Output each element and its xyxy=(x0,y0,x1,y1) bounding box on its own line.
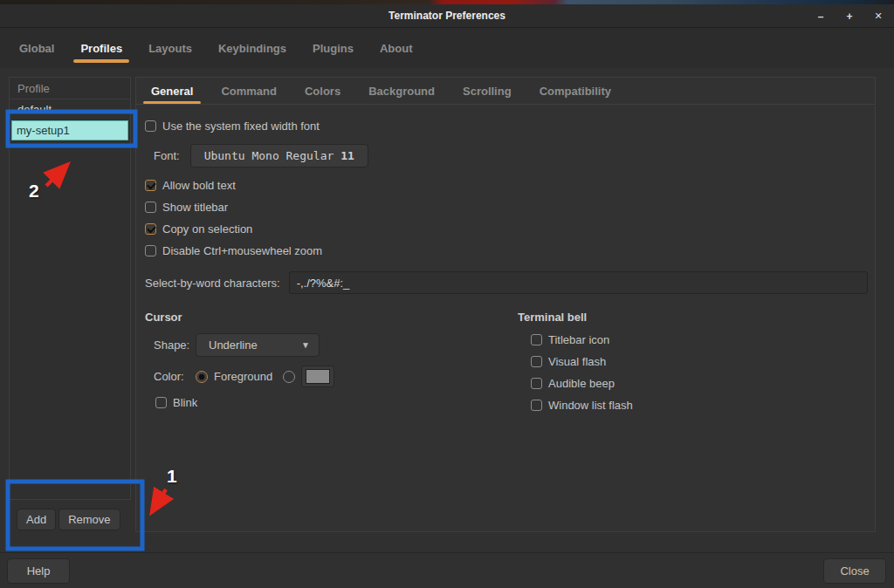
visual-flash-row[interactable]: Visual flash xyxy=(531,355,868,367)
visual-flash-checkbox[interactable] xyxy=(531,356,542,367)
audible-beep-checkbox[interactable] xyxy=(531,378,542,389)
profile-notebook: General Command Colors Background Scroll… xyxy=(135,77,876,532)
profile-item-my-setup1[interactable]: my-setup1 xyxy=(11,120,128,140)
allow-bold-checkbox[interactable] xyxy=(145,180,156,191)
remove-profile-button[interactable]: Remove xyxy=(58,509,120,530)
allow-bold-label: Allow bold text xyxy=(162,179,236,192)
profiles-page: Profile default my-setup1 Add Remove Gen… xyxy=(0,68,894,552)
cursor-color-foreground-label: Foreground xyxy=(214,370,272,383)
profile-list: Profile default my-setup1 xyxy=(9,77,131,500)
window-list-flash-label: Window list flash xyxy=(548,399,633,412)
window-title: Terminator Preferences xyxy=(389,10,505,22)
copy-on-selection-row[interactable]: Copy on selection xyxy=(145,222,868,235)
tab-global[interactable]: Global xyxy=(17,29,56,68)
main-tabbar: Global Profiles Layouts Keybindings Plug… xyxy=(0,28,894,68)
show-titlebar-row[interactable]: Show titlebar xyxy=(145,201,868,213)
tab-colors[interactable]: Colors xyxy=(303,78,342,104)
profile-item-default[interactable]: default xyxy=(10,99,130,120)
font-row: Font: Ubuntu Mono Regular 11 xyxy=(154,144,868,168)
tab-profiles[interactable]: Profiles xyxy=(79,29,124,68)
terminal-bell-section: Terminal bell Titlebar icon Visual flash… xyxy=(518,311,868,420)
add-profile-button[interactable]: Add xyxy=(17,509,56,530)
help-button[interactable]: Help xyxy=(7,558,70,584)
annotation-label-2: 2 xyxy=(29,181,39,202)
select-by-word-label: Select-by-word characters: xyxy=(145,277,280,290)
profile-list-header: Profile xyxy=(10,78,130,99)
tab-general[interactable]: General xyxy=(149,78,195,104)
cursor-color-custom-radio[interactable] xyxy=(283,371,295,383)
cursor-section: Cursor Shape: Underline ▼ Color: Foregro… xyxy=(145,311,518,420)
titlebar-icon-row[interactable]: Titlebar icon xyxy=(531,333,868,345)
select-by-word-input[interactable] xyxy=(289,271,868,294)
cursor-color-label: Color: xyxy=(154,370,196,383)
disable-mousewheel-zoom-row[interactable]: Disable Ctrl+mousewheel zoom xyxy=(145,244,868,256)
cursor-blink-row[interactable]: Blink xyxy=(155,396,518,408)
titlebar: Terminator Preferences – + ✕ xyxy=(0,4,894,28)
system-font-checkbox[interactable] xyxy=(145,120,156,132)
close-icon[interactable]: ✕ xyxy=(871,11,885,21)
system-font-label: Use the system fixed width font xyxy=(162,120,320,133)
font-picker-button[interactable]: Ubuntu Mono Regular 11 xyxy=(190,144,368,168)
cursor-shape-row: Shape: Underline ▼ xyxy=(154,333,518,357)
select-by-word-row: Select-by-word characters: xyxy=(145,271,868,294)
cursor-shape-label: Shape: xyxy=(154,338,196,352)
cursor-shape-dropdown[interactable]: Underline ▼ xyxy=(196,333,320,357)
audible-beep-row[interactable]: Audible beep xyxy=(531,377,868,389)
profile-tabbar: General Command Colors Background Scroll… xyxy=(136,78,875,105)
profile-list-buttons: Add Remove xyxy=(17,509,120,530)
window-controls: – + ✕ xyxy=(814,4,885,28)
disable-mousewheel-zoom-label: Disable Ctrl+mousewheel zoom xyxy=(162,244,322,257)
cursor-color-swatch-button[interactable] xyxy=(301,366,334,387)
window-list-flash-row[interactable]: Window list flash xyxy=(531,399,868,411)
cursor-blink-label: Blink xyxy=(173,396,197,409)
titlebar-icon-checkbox[interactable] xyxy=(531,334,542,345)
cursor-section-title: Cursor xyxy=(145,311,518,324)
tab-command[interactable]: Command xyxy=(219,78,279,104)
copy-on-selection-checkbox[interactable] xyxy=(145,223,156,235)
titlebar-icon-label: Titlebar icon xyxy=(548,333,609,346)
tab-keybindings[interactable]: Keybindings xyxy=(217,29,288,68)
maximize-icon[interactable]: + xyxy=(842,11,856,22)
tab-scrolling[interactable]: Scrolling xyxy=(461,78,513,104)
cursor-color-foreground-radio[interactable] xyxy=(196,371,208,383)
tab-about[interactable]: About xyxy=(378,29,415,68)
cursor-color-swatch xyxy=(306,369,330,384)
tab-background[interactable]: Background xyxy=(367,78,437,104)
show-titlebar-checkbox[interactable] xyxy=(145,202,156,213)
allow-bold-row[interactable]: Allow bold text xyxy=(145,179,868,191)
minimize-icon[interactable]: – xyxy=(814,11,828,22)
tab-layouts[interactable]: Layouts xyxy=(147,29,194,68)
window-list-flash-checkbox[interactable] xyxy=(531,400,542,411)
footer-bar: Help Close xyxy=(0,552,894,588)
close-button[interactable]: Close xyxy=(823,558,886,584)
show-titlebar-label: Show titlebar xyxy=(162,201,228,214)
font-label: Font: xyxy=(154,149,180,162)
copy-on-selection-label: Copy on selection xyxy=(162,222,252,236)
cursor-shape-value: Underline xyxy=(209,338,301,352)
audible-beep-label: Audible beep xyxy=(548,377,615,390)
tab-compatibility[interactable]: Compatibility xyxy=(538,78,613,104)
system-font-checkbox-row[interactable]: Use the system fixed width font xyxy=(145,120,868,132)
disable-mousewheel-zoom-checkbox[interactable] xyxy=(145,245,156,256)
cursor-blink-checkbox[interactable] xyxy=(155,397,167,408)
annotation-label-1: 1 xyxy=(167,466,177,487)
terminal-bell-title: Terminal bell xyxy=(518,311,868,324)
cursor-bell-columns: Cursor Shape: Underline ▼ Color: Foregro… xyxy=(145,311,868,420)
cursor-color-row: Color: Foreground xyxy=(154,366,518,387)
visual-flash-label: Visual flash xyxy=(548,355,606,368)
tab-plugins[interactable]: Plugins xyxy=(311,29,355,68)
chevron-down-icon: ▼ xyxy=(301,340,310,350)
general-tab-content: Use the system fixed width font Font: Ub… xyxy=(136,105,875,420)
font-name: Ubuntu Mono Regular xyxy=(204,149,334,162)
font-size: 11 xyxy=(340,149,354,162)
